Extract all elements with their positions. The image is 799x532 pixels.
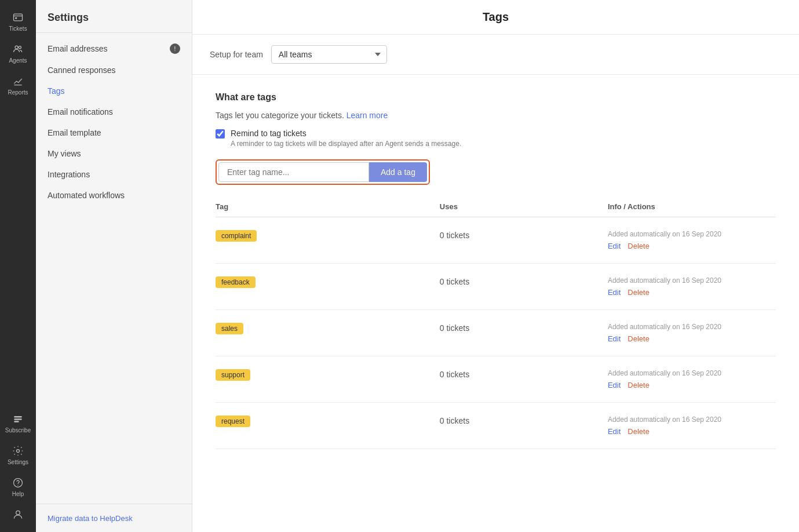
table-row: feedback 0 tickets Added automatically o… [216, 264, 776, 310]
edit-link[interactable]: Edit [608, 242, 621, 250]
reports-icon [12, 75, 24, 87]
nav-item-reports[interactable]: Reports [0, 70, 36, 101]
team-bar-label: Setup for team [210, 50, 263, 59]
team-bar: Setup for team All teams Team 1 Team 2 [192, 35, 799, 75]
action-links: Edit Delete [608, 288, 776, 297]
svg-point-4 [19, 46, 21, 49]
nav-item-subscribe[interactable]: Subscribe [0, 407, 36, 439]
tag-name-input[interactable] [218, 162, 369, 182]
info-date: Added automatically on 16 Sep 2020 [608, 230, 776, 238]
tag-badge: complaint [216, 230, 257, 242]
edit-link[interactable]: Edit [608, 427, 621, 436]
sidebar-item-my-views[interactable]: My views [36, 143, 192, 164]
page-title: Tags [192, 0, 799, 35]
remind-tag-label[interactable]: Remind to tag tickets [231, 129, 307, 138]
sidebar-item-tags[interactable]: Tags [36, 81, 192, 101]
table-row: request 0 tickets Added automatically on… [216, 403, 776, 449]
svg-rect-2 [15, 17, 17, 19]
nav-item-profile[interactable] [0, 503, 36, 526]
main-content: Tags Setup for team All teams Team 1 Tea… [192, 0, 799, 532]
sidebar-label-email-notifications: Email notifications [48, 107, 113, 116]
svg-rect-7 [14, 418, 21, 420]
sidebar-item-integrations[interactable]: Integrations [36, 164, 192, 185]
uses-text: 0 tickets [440, 414, 469, 425]
nav-item-agents[interactable]: Agents [0, 38, 36, 70]
agents-icon [12, 43, 24, 55]
remind-tag-row: Remind to tag tickets A reminder to tag … [216, 128, 776, 148]
learn-more-link[interactable]: Learn more [346, 111, 388, 120]
action-links: Edit Delete [608, 381, 776, 389]
help-icon [12, 477, 24, 489]
sidebar-item-email-notifications[interactable]: Email notifications [36, 101, 192, 122]
nav-label-settings: Settings [8, 459, 28, 465]
svg-point-11 [17, 485, 18, 486]
tag-badge: sales [216, 323, 243, 334]
sidebar-label-email-template: Email template [48, 128, 101, 137]
edit-link[interactable]: Edit [608, 381, 621, 389]
tag-badge: feedback [216, 276, 256, 288]
svg-point-10 [14, 479, 23, 487]
sidebar-label-integrations: Integrations [48, 170, 90, 179]
migrate-data-link[interactable]: Migrate data to HelpDesk [48, 514, 133, 523]
svg-point-3 [15, 46, 18, 49]
col-info: Info / Actions [608, 196, 776, 217]
nav-item-tickets[interactable]: Tickets [0, 6, 36, 38]
sidebar: Settings Email addresses ! Canned respon… [36, 0, 192, 532]
table-row: support 0 tickets Added automatically on… [216, 356, 776, 403]
delete-link[interactable]: Delete [627, 288, 650, 297]
info-actions: Added automatically on 16 Sep 2020 Edit … [608, 230, 776, 250]
add-tag-button[interactable]: Add a tag [369, 162, 427, 182]
delete-link[interactable]: Delete [627, 381, 650, 389]
main-body: Setup for team All teams Team 1 Team 2 W… [192, 35, 799, 532]
svg-rect-0 [14, 14, 23, 21]
remind-tag-sublabel: A reminder to tag tickets will be displa… [231, 140, 461, 148]
icon-nav: Tickets Agents Reports Subscribe Setting… [0, 0, 36, 532]
tag-badge: request [216, 416, 250, 427]
svg-rect-8 [14, 421, 19, 422]
tag-badge: support [216, 369, 250, 381]
svg-point-12 [16, 511, 20, 515]
sidebar-label-canned-responses: Canned responses [48, 65, 116, 75]
sidebar-item-email-addresses[interactable]: Email addresses ! [36, 38, 192, 60]
info-actions: Added automatically on 16 Sep 2020 Edit … [608, 416, 776, 436]
nav-label-agents: Agents [9, 57, 27, 64]
info-date: Added automatically on 16 Sep 2020 [608, 276, 776, 285]
remind-tag-checkbox[interactable] [216, 129, 225, 139]
sidebar-title: Settings [36, 0, 192, 33]
sidebar-item-canned-responses[interactable]: Canned responses [36, 60, 192, 81]
nav-label-subscribe: Subscribe [5, 427, 31, 433]
info-date: Added automatically on 16 Sep 2020 [608, 416, 776, 424]
edit-link[interactable]: Edit [608, 288, 621, 297]
uses-text: 0 tickets [440, 228, 469, 240]
tags-table: Tag Uses Info / Actions complaint 0 tick… [216, 196, 776, 449]
email-addresses-badge: ! [170, 43, 180, 54]
delete-link[interactable]: Delete [627, 427, 650, 436]
action-links: Edit Delete [608, 427, 776, 436]
info-actions: Added automatically on 16 Sep 2020 Edit … [608, 323, 776, 343]
info-date: Added automatically on 16 Sep 2020 [608, 369, 776, 377]
tags-description: Tags let you categorize your tickets. Le… [216, 111, 776, 120]
uses-text: 0 tickets [440, 367, 469, 379]
table-row: sales 0 tickets Added automatically on 1… [216, 310, 776, 356]
team-select[interactable]: All teams Team 1 Team 2 [271, 45, 387, 64]
sidebar-item-automated-workflows[interactable]: Automated workflows [36, 185, 192, 206]
svg-rect-6 [14, 416, 21, 418]
sidebar-label-automated-workflows: Automated workflows [48, 191, 125, 200]
table-row: complaint 0 tickets Added automatically … [216, 217, 776, 264]
profile-icon [12, 509, 24, 520]
action-links: Edit Delete [608, 334, 776, 343]
delete-link[interactable]: Delete [627, 242, 650, 250]
sidebar-item-email-template[interactable]: Email template [36, 122, 192, 143]
info-actions: Added automatically on 16 Sep 2020 Edit … [608, 369, 776, 389]
nav-item-help[interactable]: Help [0, 471, 36, 503]
info-date: Added automatically on 16 Sep 2020 [608, 323, 776, 331]
col-tag: Tag [216, 196, 440, 217]
sidebar-label-tags: Tags [48, 86, 65, 96]
action-links: Edit Delete [608, 242, 776, 250]
svg-point-9 [17, 450, 20, 453]
ticket-icon [12, 12, 24, 23]
delete-link[interactable]: Delete [627, 334, 650, 343]
edit-link[interactable]: Edit [608, 334, 621, 343]
nav-item-settings[interactable]: Settings [0, 439, 36, 471]
sidebar-menu: Email addresses ! Canned responses Tags … [36, 33, 192, 504]
